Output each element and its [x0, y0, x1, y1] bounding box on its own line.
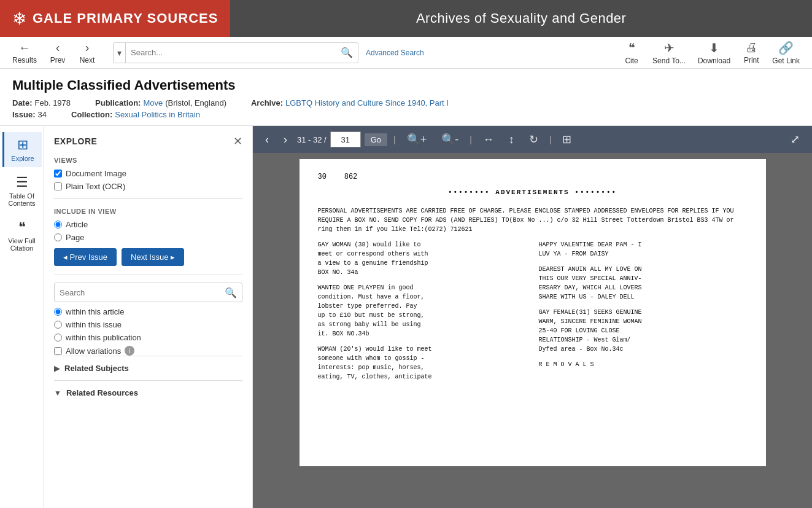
search-submit-button[interactable]: 🔍	[336, 47, 358, 58]
page-range: 31 - 32 /	[297, 135, 327, 144]
panel-search-bar: 🔍	[54, 283, 242, 302]
zoom-out-button[interactable]: 🔍-	[436, 130, 463, 149]
allow-variations-row: Allow variations i	[54, 346, 242, 356]
archive-label: Archive:	[251, 98, 283, 107]
document-image-label: Document Image	[66, 169, 126, 178]
gallery-button[interactable]: ⊞	[557, 130, 576, 149]
ad-item-6: GAY FEMALE(31) SEEKS GENUINEWARM, SINCER…	[539, 308, 748, 354]
download-icon: ⬇	[709, 41, 719, 55]
related-subjects-header[interactable]: ▶ Related Subjects	[54, 364, 242, 373]
related-resources-label: Related Resources	[66, 388, 138, 397]
panel-search-input[interactable]	[55, 288, 220, 297]
prev-issue-button[interactable]: ◂ Prev Issue	[54, 248, 117, 266]
advanced-search-link[interactable]: Advanced Search	[366, 49, 424, 57]
prev-button[interactable]: ‹ Prev	[44, 38, 71, 67]
page-number-top: 30 862	[318, 171, 748, 182]
within-article-row: within this article	[54, 307, 242, 316]
results-label: Results	[12, 56, 37, 64]
rotate-button[interactable]: ↻	[524, 130, 543, 149]
ad-item-5: DEAREST ANUIN ALL MY LOVE ONTHIS OUR VER…	[539, 265, 748, 302]
expand-button[interactable]: ⤢	[786, 130, 805, 149]
within-publication-radio[interactable]	[54, 334, 62, 342]
print-label: Print	[744, 56, 759, 64]
ads-columns: GAY WOMAN (38) would like tomeet or corr…	[318, 240, 748, 388]
citation-label: View Full Citation	[5, 237, 39, 252]
plain-text-checkbox[interactable]	[54, 182, 62, 190]
ads-header-text: PERSONAL ADVERTISEMENTS ARE CARRIED FREE…	[318, 206, 748, 234]
ad-item-2: WANTED ONE PLAYPEN in goodcondition. Mus…	[318, 283, 527, 338]
go-button[interactable]: Go	[365, 133, 387, 146]
doc-image-area[interactable]: 30 862 •••••••• ADVERTISEMENTS •••••••• …	[253, 153, 812, 508]
doc-title: Multiple Classified Advertisements	[12, 77, 800, 93]
document-image-row: Document Image	[54, 169, 242, 178]
zoom-in-button[interactable]: 🔍+	[402, 130, 432, 149]
toc-label: Table Of Contents	[5, 192, 39, 207]
article-radio-label: Article	[66, 220, 88, 229]
related-subjects-section: ▶ Related Subjects	[54, 356, 242, 380]
ad-item-3: WOMAN (20's) would like to meetsomeone w…	[318, 345, 527, 381]
brand-logo: ❄ GALE PRIMARY SOURCES	[0, 0, 230, 37]
issue-label: Issue:	[12, 110, 36, 119]
fit-height-button[interactable]: ↕	[504, 131, 519, 149]
send-to-button[interactable]: ✈ Send To...	[648, 38, 690, 68]
next-icon: ›	[85, 41, 90, 55]
print-button[interactable]: 🖨 Print	[738, 38, 765, 67]
sidebar-item-citation[interactable]: ❝ View Full Citation	[2, 214, 42, 257]
results-button[interactable]: ← Results	[7, 38, 42, 67]
related-resources-section: ▼ Related Resources	[54, 380, 242, 405]
brand-icon: ❄	[12, 9, 26, 29]
get-link-label: Get Link	[772, 57, 800, 65]
archive-meta: Archive: LGBTQ History and Culture Since…	[251, 98, 449, 107]
sidebar-item-toc[interactable]: ☰ Table Of Contents	[2, 170, 42, 212]
viewer-prev-button[interactable]: ‹	[260, 131, 274, 149]
archive-link[interactable]: LGBTQ History and Culture Since 1940, Pa…	[285, 98, 449, 107]
download-button[interactable]: ⬇ Download	[693, 38, 735, 68]
within-issue-label: within this issue	[66, 320, 122, 329]
fit-width-button[interactable]: ↔	[478, 131, 499, 149]
search-input[interactable]	[126, 48, 336, 57]
date-meta: Date: Feb. 1978	[12, 98, 71, 107]
separator-1: |	[393, 135, 396, 144]
allow-variations-info-icon[interactable]: i	[125, 346, 134, 356]
issue-meta: Issue: 34	[12, 110, 47, 119]
page-radio-label: Page	[66, 233, 84, 242]
viewer-next-button[interactable]: ›	[279, 131, 292, 149]
issue-value: 34	[38, 110, 47, 119]
pub-link[interactable]: Move	[143, 98, 163, 107]
citation-icon: ❝	[18, 219, 26, 235]
prev-label: Prev	[50, 56, 66, 64]
search-dropdown-button[interactable]: ▾	[114, 43, 126, 63]
ads-col-2: HAPPY VALENTINE DEAR PAM - ILUV YA - FRO…	[539, 240, 748, 388]
within-article-radio[interactable]	[54, 308, 62, 316]
collection-meta: Collection: Sexual Politics in Britain	[71, 110, 200, 119]
within-issue-radio[interactable]	[54, 321, 62, 329]
archive-title: Archives of Sexuality and Gender	[230, 0, 812, 37]
separator-3: |	[549, 135, 552, 144]
page-radio[interactable]	[54, 233, 62, 241]
document-image-checkbox[interactable]	[54, 170, 62, 178]
main-content: ⊞ Explore ☰ Table Of Contents ❝ View Ful…	[0, 126, 812, 508]
next-label: Next	[80, 56, 95, 64]
related-resources-header[interactable]: ▼ Related Resources	[54, 388, 242, 397]
article-radio-row: Article	[54, 220, 242, 229]
article-radio[interactable]	[54, 221, 62, 229]
search-bar: ▾ 🔍	[113, 42, 358, 63]
panel-search-button[interactable]: 🔍	[220, 287, 242, 299]
page-number-input[interactable]	[330, 131, 361, 147]
within-issue-row: within this issue	[54, 320, 242, 329]
doc-page: 30 862 •••••••• ADVERTISEMENTS •••••••• …	[300, 159, 766, 466]
print-icon: 🖨	[745, 41, 757, 55]
collection-link[interactable]: Sexual Politics in Britain	[115, 110, 200, 119]
collection-label: Collection:	[71, 110, 112, 119]
get-link-button[interactable]: 🔗 Get Link	[767, 38, 805, 68]
next-button[interactable]: › Next	[74, 38, 101, 67]
page-nav: 31 - 32 / Go	[297, 131, 387, 147]
sidebar-item-explore[interactable]: ⊞ Explore	[2, 132, 42, 167]
explore-close-button[interactable]: ✕	[233, 135, 242, 148]
cite-button[interactable]: ❝ Cite	[618, 38, 645, 68]
plain-text-row: Plain Text (OCR)	[54, 182, 242, 191]
views-section-title: VIEWS	[54, 157, 242, 164]
next-issue-button[interactable]: Next Issue ▸	[122, 248, 184, 266]
document-viewer: ‹ › 31 - 32 / Go | 🔍+ 🔍- | ↔ ↕ ↻ | ⊞ ⤢	[253, 126, 812, 508]
allow-variations-checkbox[interactable]	[54, 347, 62, 355]
